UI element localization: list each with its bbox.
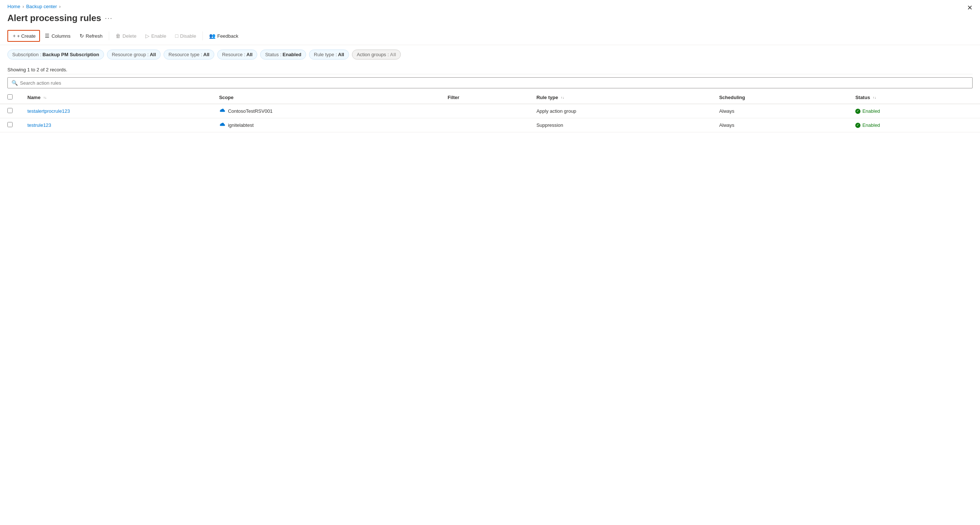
row-rule-type-1: Suppression (529, 118, 712, 132)
filter-key-5: Rule type : (314, 52, 337, 57)
row-name-0: testalertprocrule123 (20, 104, 212, 118)
scope-cloud-icon-1 (219, 122, 226, 128)
filter-pill-3[interactable]: Resource : All (217, 49, 258, 60)
col-status[interactable]: Status ↑↓ (848, 91, 980, 104)
row-filter-0 (440, 104, 529, 118)
filter-val-2: All (203, 52, 210, 57)
filter-pill-5[interactable]: Rule type : All (309, 49, 349, 60)
filter-pill-2[interactable]: Resource type : All (164, 49, 214, 60)
create-button[interactable]: ＋ + Create (7, 30, 40, 42)
row-checkbox-0[interactable] (7, 108, 13, 113)
row-rule-type-0: Apply action group (529, 104, 712, 118)
create-icon: ＋ (12, 33, 17, 39)
filter-key-4: Status : (265, 52, 281, 57)
status-dot-0 (855, 109, 861, 114)
col-name[interactable]: Name ↑↓ (20, 91, 212, 104)
filter-val-6: All (390, 52, 396, 57)
filter-key-1: Resource group : (112, 52, 149, 57)
refresh-icon: ↻ (80, 33, 84, 39)
search-icon: 🔍 (11, 80, 18, 86)
filter-key-0: Subscription : (12, 52, 41, 57)
filter-pill-1[interactable]: Resource group : All (107, 49, 161, 60)
row-checkbox-cell-0 (0, 104, 20, 118)
row-name-link-1[interactable]: testrule123 (27, 122, 51, 128)
row-status-0: Enabled (848, 104, 980, 118)
feedback-label: Feedback (217, 33, 238, 39)
status-text-1: Enabled (862, 122, 880, 128)
status-text-0: Enabled (862, 108, 880, 114)
row-scope-1: ignitelabtest (212, 118, 440, 132)
scope-text-1: ignitelabtest (228, 122, 253, 128)
close-button[interactable]: ✕ (967, 5, 973, 11)
status-sort-icon: ↑↓ (873, 96, 876, 100)
breadcrumb-sep-2: › (59, 4, 61, 9)
disable-label: Disable (180, 33, 196, 39)
filter-key-6: Action groups : (357, 52, 389, 57)
page-menu-icon[interactable]: ··· (105, 14, 113, 22)
create-label: + Create (17, 33, 35, 39)
select-all-header (0, 91, 20, 104)
delete-button[interactable]: 🗑 Delete (111, 31, 141, 41)
row-checkbox-1[interactable] (7, 122, 13, 127)
row-scheduling-1: Always (712, 118, 848, 132)
page-title: Alert processing rules (7, 13, 101, 23)
row-scheduling-0: Always (712, 104, 848, 118)
col-scope: Scope (212, 91, 440, 104)
filter-pill-0[interactable]: Subscription : Backup PM Subscription (7, 49, 104, 60)
filter-val-4: Enabled (283, 52, 302, 57)
page-header: Alert processing rules ··· (0, 11, 980, 28)
col-scheduling: Scheduling (712, 91, 848, 104)
columns-button[interactable]: ☰ Columns (41, 31, 75, 41)
breadcrumb-sep-1: › (22, 4, 24, 9)
delete-label: Delete (123, 33, 137, 39)
columns-icon: ☰ (45, 33, 49, 39)
row-name-1: testrule123 (20, 118, 212, 132)
table-row: testalertprocrule123 ContosoTestRSV001 A… (0, 104, 980, 118)
table: Name ↑↓ Scope Filter Rule type ↑↓ Schedu… (0, 91, 980, 132)
filter-key-3: Resource : (222, 52, 245, 57)
disable-button[interactable]: □ Disable (171, 31, 200, 41)
row-checkbox-cell-1 (0, 118, 20, 132)
filter-val-0: Backup PM Subscription (43, 52, 99, 57)
breadcrumb-home[interactable]: Home (7, 4, 21, 9)
row-filter-1 (440, 118, 529, 132)
row-name-link-0[interactable]: testalertprocrule123 (27, 108, 70, 114)
refresh-button[interactable]: ↻ Refresh (75, 31, 107, 41)
filter-key-2: Resource type : (169, 52, 202, 57)
filter-pill-6[interactable]: Action groups : All (352, 49, 401, 60)
col-rule-type[interactable]: Rule type ↑↓ (529, 91, 712, 104)
name-sort-icon: ↑↓ (43, 96, 47, 100)
scope-cloud-icon-0 (219, 108, 226, 114)
enable-button[interactable]: ▷ Enable (142, 31, 170, 41)
table-header-row: Name ↑↓ Scope Filter Rule type ↑↓ Schedu… (0, 91, 980, 104)
toolbar-separator-2 (202, 32, 203, 40)
toolbar: ＋ + Create ☰ Columns ↻ Refresh 🗑 Delete … (0, 28, 980, 45)
refresh-label: Refresh (86, 33, 103, 39)
filter-val-3: All (247, 52, 253, 57)
status-dot-1 (855, 123, 861, 128)
rule-type-sort-icon: ↑↓ (561, 96, 565, 100)
enable-label: Enable (151, 33, 166, 39)
select-all-checkbox[interactable] (7, 94, 13, 100)
filters-bar: Subscription : Backup PM SubscriptionRes… (0, 45, 980, 64)
scope-text-0: ContosoTestRSV001 (228, 108, 273, 114)
enable-icon: ▷ (145, 33, 150, 39)
col-filter: Filter (440, 91, 529, 104)
filter-val-5: All (338, 52, 344, 57)
search-bar: 🔍 (7, 77, 973, 88)
delete-icon: 🗑 (116, 33, 121, 39)
records-info: Showing 1 to 2 of 2 records. (0, 64, 980, 74)
breadcrumb-backup-center[interactable]: Backup center (26, 4, 57, 9)
row-status-1: Enabled (848, 118, 980, 132)
toolbar-separator-1 (109, 32, 109, 40)
filter-val-1: All (150, 52, 156, 57)
disable-icon: □ (175, 33, 178, 39)
filter-pill-4[interactable]: Status : Enabled (260, 49, 306, 60)
feedback-button[interactable]: 👥 Feedback (205, 31, 242, 41)
columns-label: Columns (51, 33, 70, 39)
page-wrapper: Home › Backup center › Alert processing … (0, 0, 980, 525)
breadcrumb: Home › Backup center › (0, 0, 980, 11)
feedback-icon: 👥 (209, 33, 215, 39)
search-input[interactable] (20, 80, 969, 86)
table-row: testrule123 ignitelabtest Suppression Al… (0, 118, 980, 132)
